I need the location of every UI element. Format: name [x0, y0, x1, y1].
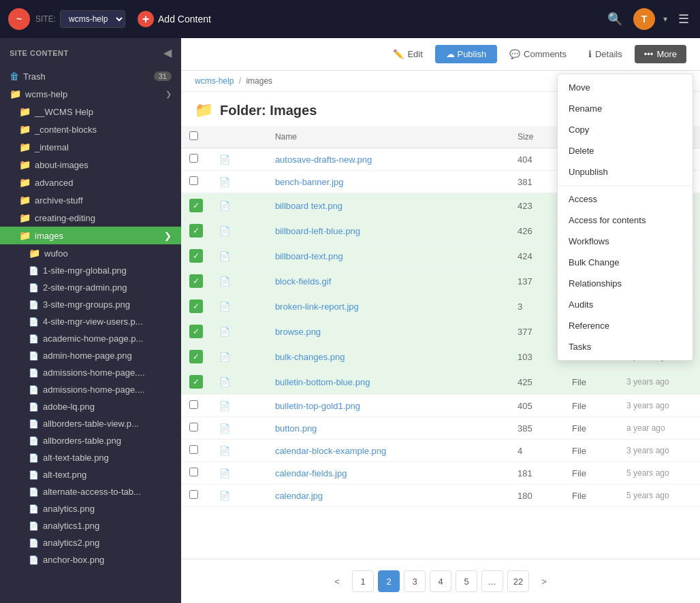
sidebar-file-3[interactable]: 📄 3-site-mgr-groups.png: [0, 296, 181, 313]
page-4-button[interactable]: 4: [430, 570, 451, 592]
sidebar-file-5[interactable]: 📄 academic-home-page.p...: [0, 330, 181, 347]
sidebar-file-7[interactable]: 📄 admissions-home-page....: [0, 364, 181, 381]
sidebar-item-about-images[interactable]: 📁 about-images: [0, 156, 181, 174]
menu-button[interactable]: ☰: [675, 9, 692, 29]
sidebar-file-16[interactable]: 📄 analytics1.png: [0, 517, 181, 534]
details-button[interactable]: ℹ Details: [579, 45, 632, 63]
sidebar-item-internal[interactable]: 📁 _internal: [0, 138, 181, 156]
row-checkbox-checked[interactable]: ✓: [189, 299, 203, 313]
row-checkbox[interactable]: [189, 176, 198, 185]
dropdown-relationships[interactable]: Relationships: [558, 273, 693, 294]
page-2-button[interactable]: 2: [378, 570, 400, 592]
context-dropdown-menu: Move Rename Copy Delete Unpublish Access…: [557, 74, 693, 361]
dropdown-reference[interactable]: Reference: [558, 315, 693, 336]
add-content-button[interactable]: + Add Content: [131, 7, 218, 31]
row-checkbox-checked[interactable]: ✓: [189, 325, 203, 338]
next-page-button[interactable]: >: [533, 570, 555, 592]
page-1-button[interactable]: 1: [352, 570, 374, 592]
select-all-header[interactable]: [181, 126, 211, 148]
row-checkbox-checked[interactable]: ✓: [189, 199, 203, 212]
row-checkbox-checked[interactable]: ✓: [189, 224, 203, 238]
dropdown-tasks[interactable]: Tasks: [558, 336, 693, 357]
file-size-cell: 404: [509, 148, 564, 171]
comments-button[interactable]: 💬 Comments: [500, 45, 576, 63]
bulk-change-label: Bulk Change: [569, 257, 619, 267]
sidebar-item-advanced[interactable]: 📁 advanced: [0, 174, 181, 191]
row-checkbox[interactable]: [189, 400, 198, 409]
breadcrumb-site-link[interactable]: wcms-help: [195, 76, 234, 86]
dropdown-audits[interactable]: Audits: [558, 294, 693, 315]
sidebar-file-9[interactable]: 📄 adobe-lq.png: [0, 398, 181, 415]
file-name-cell[interactable]: block-fields.gif: [267, 269, 509, 294]
file-name-cell[interactable]: browse.png: [267, 319, 509, 344]
file-name-cell[interactable]: button.png: [267, 417, 509, 440]
avatar[interactable]: T: [633, 8, 655, 30]
edit-button[interactable]: ✏️ Edit: [383, 45, 432, 63]
sidebar-file-13[interactable]: 📄 alt-text.png: [0, 466, 181, 483]
dropdown-unpublish[interactable]: Unpublish: [558, 161, 693, 182]
site-select[interactable]: wcms-help: [60, 10, 125, 28]
sidebar-file-11[interactable]: 📄 allborders-table.png: [0, 432, 181, 449]
file-name-cell[interactable]: calendar-block-example.png: [267, 440, 509, 462]
sidebar-file-18[interactable]: 📄 anchor-box.png: [0, 551, 181, 568]
row-checkbox[interactable]: [189, 445, 198, 454]
sidebar-item-images[interactable]: 📁 images ❯: [0, 227, 181, 244]
file-name-cell[interactable]: autosave-drafts-new.png: [267, 148, 509, 171]
file-type-icon: 📄: [219, 154, 230, 165]
prev-page-button[interactable]: <: [326, 570, 348, 592]
file-name-cell[interactable]: broken-link-report.jpg: [267, 294, 509, 319]
file-name-cell[interactable]: billboard-left-blue.png: [267, 218, 509, 244]
sidebar-item-archive-stuff[interactable]: 📁 archive-stuff: [0, 191, 181, 209]
sidebar-file-6[interactable]: 📄 admin-home-page.png: [0, 347, 181, 364]
sidebar-file-12[interactable]: 📄 alt-text-table.png: [0, 449, 181, 466]
dropdown-workflows[interactable]: Workflows: [558, 231, 693, 252]
sidebar-item-content-blocks[interactable]: 📁 _content-blocks: [0, 120, 181, 138]
row-checkbox[interactable]: [189, 154, 198, 163]
row-checkbox-checked[interactable]: ✓: [189, 350, 203, 363]
sidebar-item-wcms-help[interactable]: 📁 wcms-help ❯: [0, 85, 181, 103]
dropdown-rename[interactable]: Rename: [558, 98, 693, 119]
file-name-cell[interactable]: calendar.jpg: [267, 485, 509, 507]
sidebar-file-2[interactable]: 📄 2-site-mgr-admin.png: [0, 279, 181, 296]
page-22-button[interactable]: 22: [507, 570, 529, 592]
more-button[interactable]: ••• More: [635, 45, 686, 63]
logo-icon[interactable]: ~: [8, 8, 30, 30]
dropdown-access-contents[interactable]: Access for contents: [558, 210, 693, 231]
select-all-checkbox[interactable]: [189, 131, 198, 140]
sidebar-file-1[interactable]: 📄 1-site-mgr-global.png: [0, 262, 181, 279]
search-button[interactable]: 🔍: [605, 9, 625, 29]
file-name-cell[interactable]: bulk-changes.png: [267, 344, 509, 370]
file-name-cell[interactable]: bulletin-bottom-blue.png: [267, 370, 509, 395]
row-checkbox[interactable]: [189, 468, 198, 476]
file-name-cell[interactable]: billboard-text.png: [267, 244, 509, 269]
sidebar-item-creating-editing[interactable]: 📁 creating-editing: [0, 209, 181, 227]
dropdown-delete[interactable]: Delete: [558, 140, 693, 161]
row-checkbox[interactable]: [189, 423, 198, 431]
sidebar-file-10[interactable]: 📄 allborders-table-view.p...: [0, 415, 181, 432]
dropdown-move[interactable]: Move: [558, 77, 693, 98]
sidebar-item-wcms-help-child[interactable]: 📁 __WCMS Help: [0, 103, 181, 120]
file-name-cell[interactable]: billboard text.png: [267, 193, 509, 218]
sidebar-item-trash[interactable]: 🗑 Trash 31: [0, 67, 181, 85]
avatar-chevron-icon[interactable]: ▾: [663, 14, 667, 24]
dropdown-copy[interactable]: Copy: [558, 119, 693, 140]
sidebar-toggle-button[interactable]: ◀: [163, 46, 172, 59]
dropdown-bulk-change[interactable]: Bulk Change: [558, 252, 693, 273]
sidebar-file-8[interactable]: 📄 admissions-home-page....: [0, 381, 181, 398]
sidebar-file-14[interactable]: 📄 alternate-access-to-tab...: [0, 483, 181, 500]
file-name-cell[interactable]: bench-banner.jpg: [267, 171, 509, 193]
row-checkbox-checked[interactable]: ✓: [189, 249, 203, 263]
sidebar-item-wufoo[interactable]: 📁 wufoo: [0, 244, 181, 262]
dropdown-access[interactable]: Access: [558, 189, 693, 210]
row-checkbox-checked[interactable]: ✓: [189, 375, 203, 389]
sidebar-file-17[interactable]: 📄 analytics2.png: [0, 534, 181, 551]
row-checkbox-checked[interactable]: ✓: [189, 274, 203, 288]
row-checkbox[interactable]: [189, 490, 198, 499]
publish-button[interactable]: ☁ Publish: [435, 45, 497, 63]
file-name-cell[interactable]: calendar-fields.jpg: [267, 462, 509, 485]
sidebar-file-15[interactable]: 📄 analytics.png: [0, 500, 181, 517]
file-name-cell[interactable]: bulletin-top-gold1.png: [267, 395, 509, 417]
page-3-button[interactable]: 3: [404, 570, 426, 592]
sidebar-file-4[interactable]: 📄 4-site-mgr-view-users.p...: [0, 313, 181, 330]
page-5-button[interactable]: 5: [456, 570, 477, 592]
